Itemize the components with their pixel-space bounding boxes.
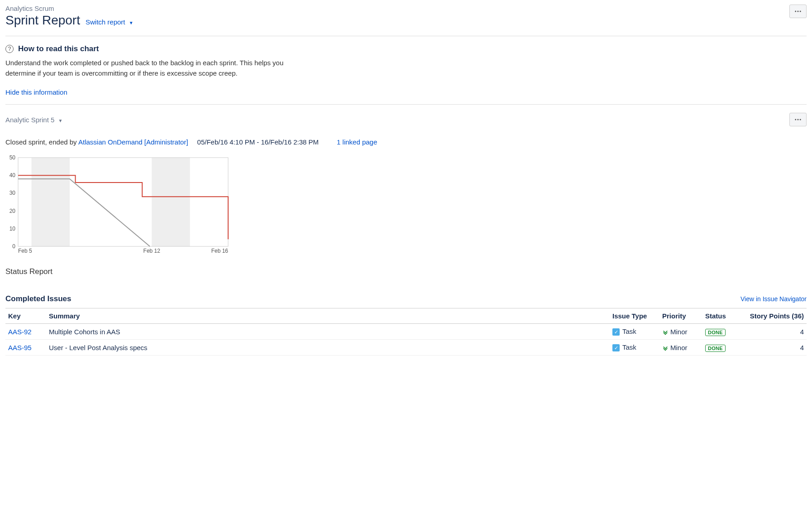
svg-point-4 [798,119,799,120]
table-header-row: Key Summary Issue Type Priority Status S… [5,308,807,324]
svg-text:10: 10 [10,226,16,232]
sprint-selector-label: Analytic Sprint 5 [5,116,54,124]
sprint-selector-dropdown[interactable]: Analytic Sprint 5 ▼ [5,116,62,124]
help-title: How to read this chart [18,44,99,53]
status-badge: DONE [705,329,726,336]
caret-down-icon: ▼ [58,118,63,123]
svg-text:20: 20 [10,208,16,214]
svg-text:Feb 16: Feb 16 [211,248,229,254]
sprint-more-actions-button[interactable] [789,113,807,126]
svg-text:30: 30 [10,190,16,196]
page-title: Sprint Report [5,13,80,28]
switch-report-dropdown[interactable]: Switch report ▼ [86,18,134,26]
divider [5,104,807,105]
svg-point-1 [798,11,799,12]
story-points-value: 4 [739,324,807,340]
page-header: Analytics Scrum Sprint Report Switch rep… [5,5,807,28]
svg-rect-7 [152,158,190,246]
svg-text:Feb 12: Feb 12 [143,248,161,254]
help-panel: ? How to read this chart Understand the … [5,44,807,96]
issue-summary: Multiple Cohorts in AAS [46,324,610,340]
task-icon: ✓ [612,328,620,336]
sprint-ended-by-user-link[interactable]: Atlassian OnDemand [Administrator] [78,138,188,146]
svg-point-0 [795,11,796,12]
svg-text:0: 0 [12,243,15,250]
col-summary: Summary [46,308,610,324]
svg-rect-6 [32,158,70,246]
sprint-date-range: 05/Feb/16 4:10 PM - 16/Feb/16 2:38 PM [197,138,319,146]
sprint-status: Closed sprint, ended by [5,138,77,146]
priority-minor-icon [662,329,669,336]
help-description: Understand the work completed or pushed … [5,58,304,78]
issue-type-label: Task [622,327,636,335]
priority-minor-icon [662,345,669,351]
svg-point-3 [795,119,796,120]
sprint-meta: Closed sprint, ended by Atlassian OnDema… [5,138,807,146]
switch-report-label: Switch report [86,18,125,26]
story-points-value: 4 [739,340,807,356]
svg-point-2 [800,11,801,12]
col-status: Status [702,308,739,324]
col-key: Key [5,308,46,324]
issue-type-label: Task [622,343,636,351]
completed-issues-table: Key Summary Issue Type Priority Status S… [5,308,807,356]
svg-text:40: 40 [10,172,16,178]
completed-issues-heading: Completed Issues [5,294,72,303]
col-story-points: Story Points (36) [739,308,807,324]
col-priority: Priority [659,308,702,324]
caret-down-icon: ▼ [129,20,134,25]
table-row: AAS-95User - Level Post Analysis specs✓T… [5,340,807,356]
status-report-heading: Status Report [5,267,807,276]
view-in-navigator-link[interactable]: View in Issue Navigator [740,295,807,303]
svg-text:50: 50 [10,155,16,161]
priority-label: Minor [670,328,688,336]
issue-key-link[interactable]: AAS-92 [8,328,32,336]
status-badge: DONE [705,345,726,352]
more-icon [794,115,802,124]
svg-text:Feb 5: Feb 5 [18,248,32,254]
more-icon [794,7,802,15]
more-actions-button[interactable] [789,5,807,18]
table-row: AAS-92Multiple Cohorts in AAS✓TaskMinorD… [5,324,807,340]
issue-summary: User - Level Post Analysis specs [46,340,610,356]
linked-pages-link[interactable]: 1 linked page [337,138,377,146]
hide-help-link[interactable]: Hide this information [5,88,67,96]
issue-key-link[interactable]: AAS-95 [8,344,32,351]
col-issue-type: Issue Type [610,308,659,324]
help-icon: ? [5,45,14,53]
priority-label: Minor [670,344,688,351]
svg-point-5 [800,119,801,120]
task-icon: ✓ [612,344,620,351]
board-name: Analytics Scrum [5,5,134,12]
burndown-svg: 01020304050Feb 5Feb 12Feb 16 [5,155,232,255]
burndown-chart: 01020304050Feb 5Feb 12Feb 16 [5,155,232,255]
divider [5,36,807,36]
